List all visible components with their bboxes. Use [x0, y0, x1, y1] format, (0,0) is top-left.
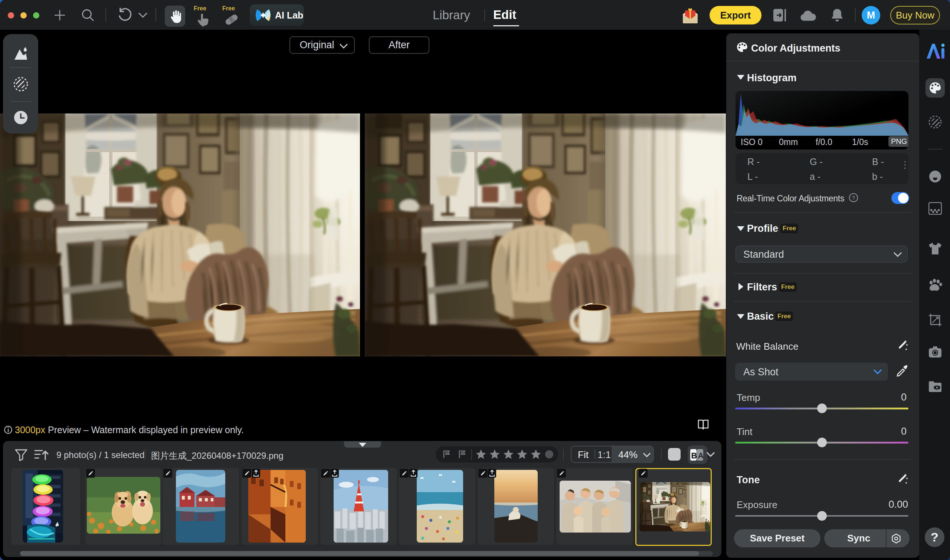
svg-text:?: ? — [852, 195, 855, 201]
